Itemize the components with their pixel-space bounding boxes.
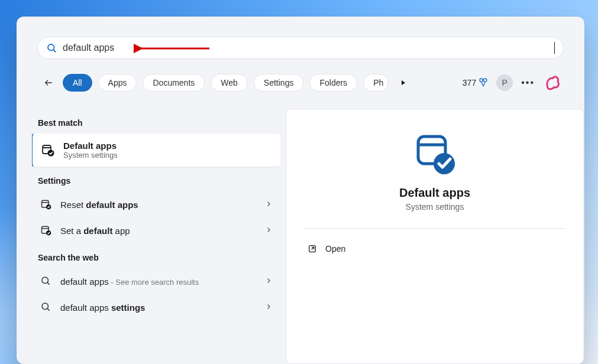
chevron-right-icon <box>265 225 272 236</box>
results-column: Best match Default apps System settings … <box>32 109 280 364</box>
set-default-app-icon <box>40 225 52 236</box>
details-pane: Default apps System settings Open <box>286 109 584 364</box>
result-label: default apps settings <box>60 303 257 313</box>
profile-initial: P <box>502 78 508 87</box>
best-match-subtitle: System settings <box>63 151 118 160</box>
svg-point-7 <box>484 79 487 82</box>
web-result-default-apps[interactable]: default apps - See more search results <box>32 268 280 294</box>
svg-marker-5 <box>402 80 405 85</box>
filter-chip-photos[interactable]: Ph <box>363 74 389 92</box>
filter-chip-folders[interactable]: Folders <box>309 74 357 92</box>
result-label: default apps - See more search results <box>60 277 257 287</box>
search-bar[interactable] <box>37 37 564 59</box>
svg-point-19 <box>42 303 49 310</box>
result-label: Set a default app <box>60 226 257 236</box>
search-window: All Apps Documents Web Settings Folders … <box>17 17 584 364</box>
details-title: Default apps <box>399 186 470 200</box>
open-action[interactable]: Open <box>304 239 565 258</box>
filter-scroll-right[interactable] <box>395 74 412 91</box>
details-subtitle: System settings <box>406 202 464 212</box>
open-label: Open <box>325 244 345 254</box>
filter-chip-settings[interactable]: Settings <box>254 74 304 92</box>
svg-point-17 <box>42 277 49 284</box>
chevron-right-icon <box>265 276 272 287</box>
filter-chip-all[interactable]: All <box>63 74 92 92</box>
svg-line-18 <box>47 282 50 285</box>
search-icon <box>40 275 52 287</box>
rewards-points[interactable]: 377 <box>463 77 488 89</box>
best-match-heading: Best match <box>32 109 280 134</box>
svg-line-20 <box>47 308 50 311</box>
reset-default-apps-icon <box>40 199 52 210</box>
filter-chip-documents[interactable]: Documents <box>143 74 205 92</box>
svg-point-10 <box>48 150 54 157</box>
settings-result-set-a-default-app[interactable]: Set a default app <box>32 217 280 243</box>
default-apps-icon <box>41 143 55 157</box>
back-arrow[interactable] <box>40 74 57 91</box>
result-label: Reset default apps <box>60 200 257 210</box>
search-icon <box>46 43 57 53</box>
copilot-icon[interactable] <box>543 74 561 92</box>
default-apps-large-icon <box>411 131 458 178</box>
search-icon <box>40 301 52 313</box>
svg-line-1 <box>53 50 56 52</box>
open-external-icon <box>308 244 317 254</box>
filter-row: All Apps Documents Web Settings Folders … <box>40 72 561 93</box>
filter-chip-web[interactable]: Web <box>211 74 248 92</box>
web-heading: Search the web <box>32 243 280 268</box>
more-menu[interactable]: ••• <box>521 77 535 88</box>
rewards-count: 377 <box>463 78 476 87</box>
chevron-right-icon <box>265 302 272 313</box>
best-match-title: Default apps <box>63 141 118 151</box>
rewards-icon <box>479 77 488 89</box>
search-input[interactable] <box>63 43 555 53</box>
chevron-right-icon <box>265 199 272 210</box>
best-match-result[interactable]: Default apps System settings <box>32 134 280 167</box>
profile-avatar[interactable]: P <box>496 74 513 91</box>
filter-chip-apps[interactable]: Apps <box>98 74 137 92</box>
divider <box>304 228 565 229</box>
svg-point-6 <box>480 79 483 82</box>
settings-heading: Settings <box>32 167 280 191</box>
web-result-default-apps-settings[interactable]: default apps settings <box>32 294 280 320</box>
settings-result-reset-default-apps[interactable]: Reset default apps <box>32 191 280 217</box>
